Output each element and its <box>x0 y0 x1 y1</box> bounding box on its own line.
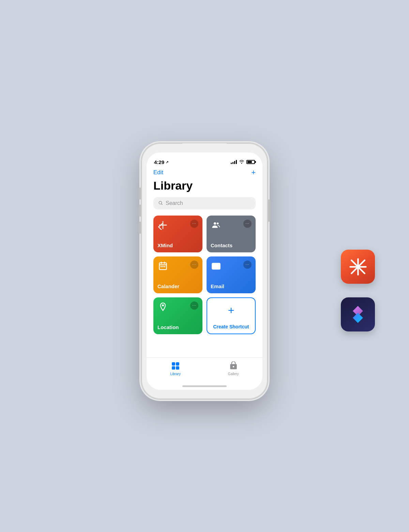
gallery-tab-label: Gallery <box>228 372 239 376</box>
svg-point-18 <box>233 366 234 367</box>
card-top-contacts: ··· <box>211 220 252 231</box>
svg-rect-9 <box>162 266 164 267</box>
page-title: Library <box>153 179 256 192</box>
svg-marker-24 <box>353 313 363 323</box>
xmind-more-button[interactable]: ··· <box>190 220 198 228</box>
shortcut-card-calander[interactable]: ··· Calander <box>153 256 202 293</box>
library-tab-icon <box>171 361 180 371</box>
shortcut-card-location[interactable]: ··· Location <box>153 297 202 334</box>
tab-gallery[interactable]: Gallery <box>228 361 239 376</box>
contacts-icon <box>211 220 222 231</box>
app-icons-panel <box>341 250 375 331</box>
email-more-dots-icon: ··· <box>245 263 249 266</box>
location-icon <box>157 301 168 312</box>
card-top-email: ··· <box>211 261 252 271</box>
email-label: Email <box>211 283 252 289</box>
xmind-label: XMind <box>157 242 198 248</box>
svg-rect-13 <box>172 362 175 366</box>
create-shortcut-label: Create Shortcut <box>211 324 251 329</box>
svg-point-12 <box>162 304 164 306</box>
location-more-button[interactable]: ··· <box>190 301 198 310</box>
gallery-tab-icon <box>229 361 238 371</box>
wifi-icon <box>239 160 244 165</box>
contacts-more-dots-icon: ··· <box>245 222 249 225</box>
signal-bars-icon <box>231 160 237 164</box>
svg-point-5 <box>214 222 216 225</box>
svg-rect-10 <box>164 266 166 267</box>
search-placeholder: Search <box>166 200 183 206</box>
create-shortcut-card[interactable]: + Create Shortcut <box>207 297 256 334</box>
card-top-xmind: ··· <box>157 220 198 231</box>
shortcut-card-email[interactable]: ··· Email <box>207 256 256 293</box>
shortcut-card-xmind[interactable]: ··· XMind <box>153 216 202 252</box>
xmind-icon <box>157 220 168 231</box>
location-arrow-icon: ↗ <box>166 160 168 164</box>
search-icon <box>158 201 163 206</box>
calander-more-dots-icon: ··· <box>192 263 196 266</box>
status-bar: 4:29 ↗ <box>147 152 262 167</box>
search-bar[interactable]: Search <box>153 197 256 209</box>
shortcut-card-contacts[interactable]: ··· Contacts <box>207 216 256 252</box>
battery-icon <box>246 160 255 164</box>
home-indicator <box>182 385 227 387</box>
edit-button[interactable]: Edit <box>153 169 163 176</box>
tab-bar: Library Gallery <box>147 357 262 385</box>
shortcuts-grid: ··· XMind <box>153 216 256 334</box>
content-area: Edit + Library Search <box>147 167 262 357</box>
phone-shell: 4:29 ↗ <box>141 143 268 399</box>
svg-rect-8 <box>161 266 162 267</box>
svg-rect-15 <box>172 366 175 370</box>
create-shortcut-top: + <box>211 305 251 316</box>
svg-point-6 <box>217 222 219 224</box>
svg-rect-16 <box>176 366 179 370</box>
email-icon <box>211 261 222 271</box>
shortcuts-app-icon[interactable] <box>341 297 375 331</box>
contacts-more-button[interactable]: ··· <box>243 220 252 228</box>
tab-library[interactable]: Library <box>170 361 181 376</box>
calander-label: Calander <box>157 283 198 289</box>
screen: 4:29 ↗ <box>147 152 262 390</box>
notch <box>182 143 227 152</box>
add-button[interactable]: + <box>251 169 256 176</box>
svg-rect-14 <box>176 362 179 366</box>
calander-icon <box>157 261 168 271</box>
status-time: 4:29 ↗ <box>154 159 168 165</box>
calander-more-button[interactable]: ··· <box>190 261 198 269</box>
more-dots-icon: ··· <box>192 222 196 225</box>
time-display: 4:29 <box>154 159 164 165</box>
location-label: Location <box>157 324 198 330</box>
svg-rect-4 <box>158 226 162 230</box>
card-top-location: ··· <box>157 301 198 312</box>
status-icons <box>231 160 255 165</box>
contacts-label: Contacts <box>211 242 252 248</box>
page-header: Edit + <box>153 167 256 179</box>
xmind-app-icon[interactable] <box>341 250 375 284</box>
card-top-calander: ··· <box>157 261 198 271</box>
email-more-button[interactable]: ··· <box>243 261 252 269</box>
location-more-dots-icon: ··· <box>192 304 196 307</box>
create-plus-icon: + <box>228 305 234 316</box>
library-tab-label: Library <box>170 372 181 376</box>
